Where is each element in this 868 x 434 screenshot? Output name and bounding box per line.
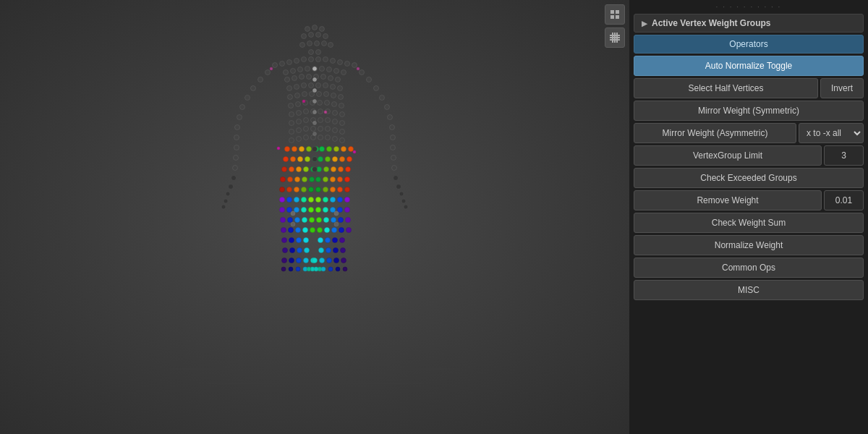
svg-point-167 xyxy=(294,208,299,213)
svg-point-189 xyxy=(289,258,294,263)
auto-normalize-btn[interactable]: Auto Normalize Toggle xyxy=(634,56,864,76)
check-weight-sum-btn[interactable]: Check Weight Sum xyxy=(634,213,864,233)
svg-point-272 xyxy=(277,147,280,150)
svg-point-155 xyxy=(280,187,285,192)
vgroup-limit-input[interactable] xyxy=(824,145,864,166)
svg-point-14 xyxy=(322,41,327,46)
svg-point-254 xyxy=(327,258,332,263)
svg-point-42 xyxy=(245,95,250,101)
mirror-asym-row: Mirror Weight (Asymmetric) x to -x all-x… xyxy=(634,123,864,143)
svg-point-48 xyxy=(234,156,239,161)
svg-point-211 xyxy=(331,167,336,172)
svg-point-202 xyxy=(341,147,346,152)
mirror-sym-btn[interactable]: Mirror Weight (Symmetric) xyxy=(634,101,864,121)
3d-viewport[interactable] xyxy=(0,0,629,434)
svg-point-15 xyxy=(328,43,333,48)
svg-point-281 xyxy=(312,157,318,162)
svg-point-35 xyxy=(320,67,325,72)
svg-point-273 xyxy=(353,150,356,153)
svg-point-112 xyxy=(297,119,302,124)
svg-point-152 xyxy=(295,177,300,182)
svg-point-216 xyxy=(331,177,336,182)
normalize-weight-btn[interactable]: Normalize Weight xyxy=(634,235,864,255)
vgroup-limit-btn[interactable]: VertexGroup Limit xyxy=(634,145,822,166)
svg-point-156 xyxy=(287,187,292,192)
view-icon-2[interactable] xyxy=(605,27,625,48)
remove-weight-row: Remove Weight xyxy=(634,190,864,210)
vgroup-limit-row: VertexGroup Limit xyxy=(634,145,864,166)
svg-point-24 xyxy=(316,57,321,62)
mirror-dropdown[interactable]: x to -x all-x to x allx to -x sel-x to x… xyxy=(799,123,864,143)
svg-point-187 xyxy=(305,248,310,253)
svg-line-2 xyxy=(300,362,315,391)
svg-point-87 xyxy=(288,95,293,100)
svg-point-269 xyxy=(313,132,317,136)
remove-weight-btn[interactable]: Remove Weight xyxy=(634,190,822,210)
svg-point-127 xyxy=(289,138,294,143)
svg-point-46 xyxy=(234,135,239,140)
svg-point-160 xyxy=(280,197,285,203)
svg-point-201 xyxy=(334,147,339,152)
svg-point-248 xyxy=(319,248,324,253)
svg-point-83 xyxy=(316,83,321,88)
svg-point-175 xyxy=(281,228,286,233)
invert-btn[interactable]: Invert xyxy=(820,78,864,98)
svg-point-257 xyxy=(307,267,311,271)
svg-point-129 xyxy=(304,135,309,140)
active-vwg-section[interactable]: ▶ Active Vertex Weight Groups xyxy=(634,14,864,33)
svg-rect-292 xyxy=(616,33,618,43)
svg-point-103 xyxy=(289,112,294,117)
svg-point-268 xyxy=(313,122,317,125)
svg-point-143 xyxy=(305,157,310,162)
svg-point-261 xyxy=(336,267,340,271)
svg-point-55 xyxy=(359,70,365,75)
svg-point-164 xyxy=(309,197,314,203)
svg-point-250 xyxy=(333,248,339,253)
svg-point-180 xyxy=(282,238,287,243)
svg-point-264 xyxy=(313,78,317,82)
svg-point-153 xyxy=(302,177,307,182)
svg-point-265 xyxy=(313,89,317,93)
operators-btn[interactable]: Operators xyxy=(634,35,864,54)
svg-point-179 xyxy=(310,228,315,233)
svg-point-235 xyxy=(324,218,329,223)
svg-point-30 xyxy=(284,70,289,75)
svg-point-4 xyxy=(305,27,310,32)
select-half-btn[interactable]: Select Half Vertices xyxy=(634,78,818,98)
svg-point-110 xyxy=(340,112,345,117)
svg-point-60 xyxy=(388,115,393,120)
svg-point-266 xyxy=(313,100,317,103)
svg-point-65 xyxy=(392,166,397,171)
remove-weight-input[interactable] xyxy=(824,190,864,210)
active-vwg-label: Active Vertex Weight Groups xyxy=(652,18,771,28)
svg-point-256 xyxy=(341,258,346,263)
svg-point-159 xyxy=(309,187,314,192)
svg-point-25 xyxy=(323,57,328,62)
svg-point-107 xyxy=(318,109,323,114)
svg-point-274 xyxy=(270,67,273,70)
svg-point-186 xyxy=(297,248,302,253)
common-ops-btn[interactable]: Common Ops xyxy=(634,258,864,278)
section-arrow: ▶ xyxy=(642,20,647,27)
svg-point-86 xyxy=(338,86,343,91)
svg-point-217 xyxy=(338,177,343,182)
view-icon-1[interactable] xyxy=(605,4,625,25)
svg-point-132 xyxy=(326,135,331,140)
svg-point-218 xyxy=(345,177,350,182)
svg-point-279 xyxy=(334,222,339,226)
svg-point-236 xyxy=(331,218,336,223)
svg-point-150 xyxy=(281,177,286,182)
svg-point-56 xyxy=(367,77,372,82)
svg-point-170 xyxy=(281,218,286,223)
svg-point-57 xyxy=(374,86,379,91)
svg-point-147 xyxy=(297,167,302,172)
mirror-asym-btn[interactable]: Mirror Weight (Asymmetric) xyxy=(634,123,796,143)
misc-btn[interactable]: MISC xyxy=(634,280,864,300)
svg-point-247 xyxy=(340,238,345,243)
check-exceeded-btn[interactable]: Check Exceeded Groups xyxy=(634,168,864,188)
svg-point-185 xyxy=(290,248,295,253)
svg-point-271 xyxy=(324,111,327,114)
svg-point-140 xyxy=(284,157,289,162)
svg-rect-286 xyxy=(616,15,619,19)
svg-point-79 xyxy=(287,86,292,91)
